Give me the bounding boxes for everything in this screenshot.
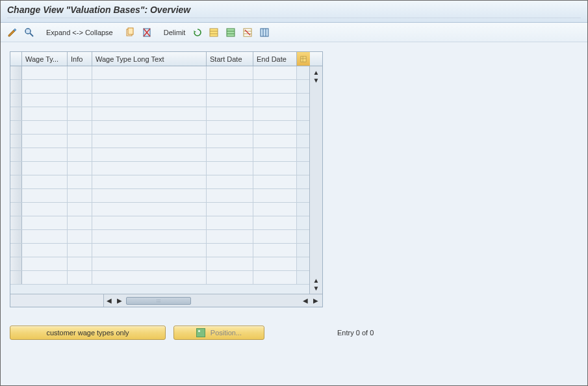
table-row[interactable]	[10, 216, 309, 230]
content-area: www.tutorialkart.com Wage Ty... Info Wag…	[1, 42, 587, 386]
bottom-bar: customer wage types only Position... Ent…	[10, 326, 578, 340]
table-row[interactable]	[10, 230, 309, 244]
select-block-icon[interactable]	[224, 26, 237, 39]
scroll-down-icon[interactable]: ▼	[312, 75, 321, 84]
customer-wage-types-button[interactable]: customer wage types only	[10, 326, 166, 340]
svg-rect-8	[210, 29, 218, 36]
page-title-text: Change View "Valuation Bases": Overview	[7, 5, 190, 15]
copy-icon[interactable]	[123, 26, 136, 39]
position-icon	[196, 328, 205, 337]
undo-icon[interactable]	[190, 26, 203, 39]
svg-rect-2	[26, 29, 30, 33]
scroll-left-end-icon[interactable]: ◀	[300, 296, 311, 306]
col-end-date[interactable]: End Date	[253, 52, 297, 66]
table-row[interactable]	[10, 148, 309, 162]
delete-icon[interactable]	[140, 26, 153, 39]
col-start-date[interactable]: Start Date	[207, 52, 253, 66]
scroll-down-end-icon[interactable]: ▼	[312, 283, 321, 292]
table-row[interactable]	[10, 257, 309, 271]
data-table: Wage Ty... Info Wage Type Long Text Star…	[10, 51, 323, 307]
table-row[interactable]	[10, 66, 309, 80]
scroll-right-icon[interactable]: ▶	[114, 296, 125, 306]
table-row[interactable]	[10, 135, 309, 148]
position-button[interactable]: Position...	[173, 326, 264, 340]
table-select-all-header[interactable]	[10, 52, 22, 66]
select-all-icon[interactable]	[207, 26, 220, 39]
table-header-row: Wage Ty... Info Wage Type Long Text Star…	[10, 52, 322, 66]
svg-line-1	[30, 33, 33, 36]
table-row[interactable]	[10, 271, 309, 285]
scroll-right-end-icon[interactable]: ▶	[311, 296, 321, 306]
table-row[interactable]	[10, 175, 309, 189]
customer-wage-types-label: customer wage types only	[46, 329, 129, 337]
scroll-left-icon[interactable]: ◀	[104, 296, 114, 306]
table-rows	[10, 66, 309, 294]
svg-rect-4	[128, 28, 133, 34]
horizontal-scrollbar[interactable]: ◀ ▶ ::: ◀ ▶	[10, 294, 322, 307]
table-body: ▲ ▼ ▲ ▼	[10, 66, 322, 294]
table-row[interactable]	[10, 162, 309, 175]
table-row[interactable]	[10, 189, 309, 203]
expand-collapse-button[interactable]: Expand <-> Collapse	[45, 29, 114, 36]
toggle-edit-icon[interactable]	[6, 26, 19, 39]
col-wage-type-long-text[interactable]: Wage Type Long Text	[92, 52, 207, 66]
entry-status: Entry 0 of 0	[337, 329, 374, 337]
col-info[interactable]: Info	[68, 52, 92, 66]
page-title: Change View "Valuation Bases": Overview	[1, 1, 587, 23]
table-row[interactable]	[10, 121, 309, 135]
svg-rect-11	[227, 29, 235, 36]
other-view-icon[interactable]	[23, 26, 36, 39]
vertical-scrollbar[interactable]: ▲ ▼ ▲ ▼	[309, 66, 322, 294]
table-row[interactable]	[10, 107, 309, 121]
table-row[interactable]	[10, 94, 309, 107]
toolbar: Expand <-> Collapse Delimit	[1, 23, 587, 42]
svg-rect-21	[301, 56, 306, 61]
hscroll-thumb[interactable]: :::	[126, 297, 191, 305]
position-label: Position...	[211, 329, 242, 337]
table-configure-icon[interactable]	[297, 52, 310, 66]
config-icon[interactable]	[258, 26, 271, 39]
delimit-button[interactable]: Delimit	[162, 29, 187, 36]
hscroll-spacer	[10, 294, 104, 307]
deselect-all-icon[interactable]	[241, 26, 254, 39]
svg-rect-18	[261, 29, 268, 36]
table-row[interactable]	[10, 203, 309, 216]
col-wage-type[interactable]: Wage Ty...	[22, 52, 68, 66]
table-row[interactable]	[10, 244, 309, 257]
table-row[interactable]	[10, 80, 309, 94]
